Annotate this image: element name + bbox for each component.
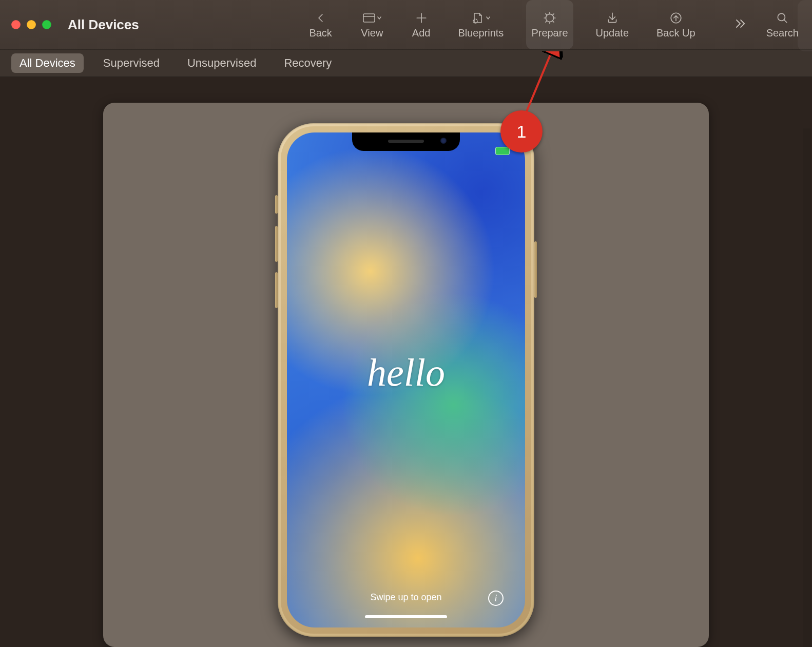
chevrons-right-icon xyxy=(733,16,747,33)
download-icon xyxy=(605,11,620,25)
search-button[interactable]: Search xyxy=(764,11,801,39)
upload-icon xyxy=(669,11,683,25)
info-icon: i xyxy=(488,591,504,606)
titlebar: All Devices Back View Add xyxy=(0,0,812,50)
scope-all-devices[interactable]: All Devices xyxy=(11,53,84,73)
phone-front-camera xyxy=(440,138,447,144)
update-button-label: Update xyxy=(596,27,629,39)
window-controls xyxy=(11,20,51,29)
plus-icon xyxy=(414,11,429,25)
gear-icon xyxy=(543,11,557,25)
back-button-label: Back xyxy=(309,27,332,39)
window-dropdown-icon xyxy=(360,11,384,25)
view-button[interactable]: View xyxy=(355,0,390,49)
blueprint-dropdown-icon xyxy=(469,11,493,25)
home-indicator xyxy=(365,615,447,618)
setup-greeting: hello xyxy=(287,350,525,395)
svg-line-11 xyxy=(553,21,554,22)
scope-supervised[interactable]: Supervised xyxy=(95,53,168,73)
blueprints-button-label: Blueprints xyxy=(458,27,504,39)
svg-line-17 xyxy=(784,20,787,22)
backup-button[interactable]: Back Up xyxy=(651,0,701,49)
content-area: hello Swipe up to open i xyxy=(0,77,812,647)
add-button[interactable]: Add xyxy=(407,0,436,49)
search-button-label: Search xyxy=(766,27,799,39)
phone-screen: hello Swipe up to open i xyxy=(287,132,525,627)
chevron-left-icon xyxy=(314,11,328,25)
swipe-hint-label: Swipe up to open xyxy=(370,592,441,603)
back-button[interactable]: Back xyxy=(304,0,337,49)
update-button[interactable]: Update xyxy=(591,0,634,49)
phone-notch xyxy=(352,132,460,151)
toolbar-edge-overflow xyxy=(798,0,812,51)
battery-indicator-icon xyxy=(495,147,510,155)
svg-rect-0 xyxy=(363,14,375,22)
backup-button-label: Back Up xyxy=(656,27,695,39)
phone-volume-down xyxy=(275,272,278,308)
window-title: All Devices xyxy=(68,17,139,33)
scope-recovery[interactable]: Recovery xyxy=(276,53,340,73)
phone-speaker xyxy=(388,140,424,143)
search-icon xyxy=(775,11,789,25)
blueprints-button[interactable]: Blueprints xyxy=(453,0,509,49)
zoom-window-button[interactable] xyxy=(42,20,51,29)
svg-line-10 xyxy=(546,14,547,15)
scope-bar: All Devices Supervised Unsupervised Reco… xyxy=(0,50,812,77)
phone-silence-switch xyxy=(275,195,278,214)
minimize-window-button[interactable] xyxy=(27,20,36,29)
svg-line-13 xyxy=(553,14,554,15)
toolbar-overflow-button[interactable] xyxy=(729,14,751,35)
prepare-button[interactable]: Prepare xyxy=(526,0,573,49)
scope-unsupervised[interactable]: Unsupervised xyxy=(179,53,265,73)
toolbar: Back View Add Blu xyxy=(162,0,801,49)
close-window-button[interactable] xyxy=(11,20,21,29)
phone-side-button xyxy=(534,241,537,298)
add-button-label: Add xyxy=(412,27,431,39)
device-card[interactable]: hello Swipe up to open i xyxy=(103,103,709,647)
device-preview-iphone: hello Swipe up to open i xyxy=(278,123,534,637)
vertical-scrollbar[interactable] xyxy=(803,128,811,647)
view-button-label: View xyxy=(361,27,383,39)
phone-volume-up xyxy=(275,226,278,262)
prepare-button-label: Prepare xyxy=(531,27,568,39)
svg-line-12 xyxy=(546,21,547,22)
